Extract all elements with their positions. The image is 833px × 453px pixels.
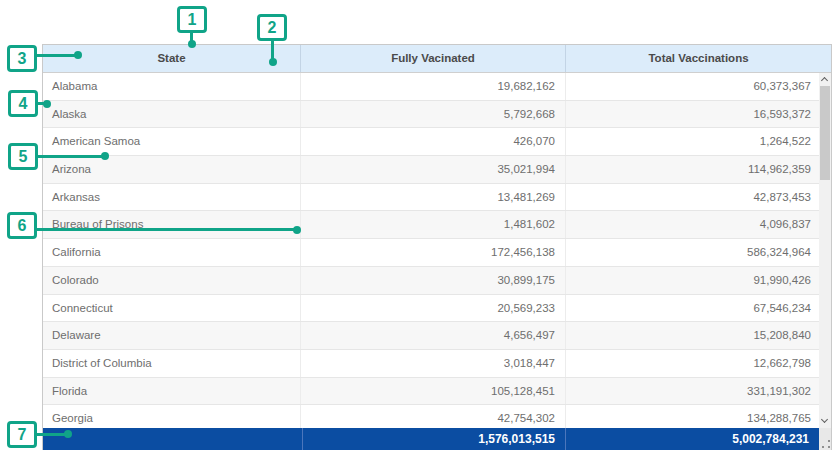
table-summary-row: 1,576,013,515 5,002,784,231: [43, 428, 831, 450]
fully-vaccinated-cell: 5,792,668: [301, 101, 566, 128]
total-vaccinations-cell: 42,873,453: [566, 184, 831, 211]
callout-dot-5: [101, 152, 109, 160]
fully-vaccinated-cell: 20,569,233: [301, 295, 566, 322]
callout-badge-6: 6: [7, 212, 37, 239]
table-row[interactable]: Delaware 4,656,497 15,208,840: [43, 322, 831, 350]
summary-fully-vaccinated-total: 1,576,013,515: [303, 428, 566, 450]
fully-vaccinated-cell: 42,754,302: [301, 405, 566, 428]
scroll-down-button[interactable]: [819, 414, 831, 428]
state-cell: Bureau of Prisons: [43, 211, 301, 238]
fully-vaccinated-cell: 19,682,162: [301, 73, 566, 100]
state-cell: Georgia: [43, 405, 301, 428]
table-row[interactable]: Bureau of Prisons 1,481,602 4,096,837: [43, 211, 831, 239]
state-cell: Florida: [43, 378, 301, 405]
scrollbar-thumb[interactable]: [820, 86, 830, 180]
callout-line-3: [34, 54, 78, 57]
callout-badge-4: 4: [8, 90, 38, 117]
state-cell: Connecticut: [43, 295, 301, 322]
fully-vaccinated-cell: 1,481,602: [301, 211, 566, 238]
annotated-table-screenshot: State Fully Vacinated Total Vaccinations…: [0, 0, 833, 453]
callout-badge-7: 7: [7, 421, 37, 448]
fully-vaccinated-cell: 105,128,451: [301, 378, 566, 405]
vertical-scrollbar[interactable]: [819, 73, 831, 428]
state-cell: Colorado: [43, 267, 301, 294]
attribute-table: State Fully Vacinated Total Vaccinations…: [42, 44, 832, 450]
fully-vaccinated-cell: 13,481,269: [301, 184, 566, 211]
table-header-row: State Fully Vacinated Total Vaccinations: [43, 45, 831, 73]
total-vaccinations-cell: 4,096,837: [566, 211, 831, 238]
state-cell: American Samoa: [43, 128, 301, 155]
table-row[interactable]: Florida 105,128,451 331,191,302: [43, 378, 831, 406]
summary-state-cell: [43, 428, 303, 450]
callout-line-6: [34, 228, 297, 231]
fully-vaccinated-cell: 426,070: [301, 128, 566, 155]
total-vaccinations-cell: 91,990,426: [566, 267, 831, 294]
table-row[interactable]: Colorado 30,899,175 91,990,426: [43, 267, 831, 295]
state-cell: Arkansas: [43, 184, 301, 211]
table-row[interactable]: American Samoa 426,070 1,264,522: [43, 128, 831, 156]
callout-badge-2: 2: [257, 14, 287, 41]
total-vaccinations-cell: 586,324,964: [566, 239, 831, 266]
table-row[interactable]: Arizona 35,021,994 114,962,359: [43, 156, 831, 184]
fully-vaccinated-cell: 172,456,138: [301, 239, 566, 266]
callout-dot-6: [293, 226, 301, 234]
callout-line-5: [35, 155, 105, 158]
total-vaccinations-cell: 134,288,765: [566, 405, 831, 428]
total-vaccinations-cell: 331,191,302: [566, 378, 831, 405]
callout-badge-1: 1: [177, 6, 207, 33]
fully-vaccinated-cell: 4,656,497: [301, 322, 566, 349]
state-cell: Alabama: [43, 73, 301, 100]
state-cell: Delaware: [43, 322, 301, 349]
table-row[interactable]: Connecticut 20,569,233 67,546,234: [43, 295, 831, 323]
total-vaccinations-cell: 15,208,840: [566, 322, 831, 349]
callout-dot-7: [64, 430, 72, 438]
chevron-down-icon: [821, 416, 828, 423]
table-row[interactable]: Georgia 42,754,302 134,288,765: [43, 405, 831, 428]
callout-badge-3: 3: [7, 45, 37, 72]
chevron-up-icon: [821, 77, 828, 84]
total-vaccinations-cell: 67,546,234: [566, 295, 831, 322]
callout-line-7: [34, 433, 68, 436]
callout-dot-2: [269, 58, 277, 66]
table-row[interactable]: California 172,456,138 586,324,964: [43, 239, 831, 267]
state-cell: Alaska: [43, 101, 301, 128]
total-vaccinations-cell: 60,373,367: [566, 73, 831, 100]
resize-handle-icon[interactable]: [822, 440, 830, 448]
callout-dot-1: [188, 40, 196, 48]
state-cell: Arizona: [43, 156, 301, 183]
total-vaccinations-cell: 114,962,359: [566, 156, 831, 183]
table-row[interactable]: District of Columbia 3,018,447 12,662,79…: [43, 350, 831, 378]
fully-vaccinated-cell: 3,018,447: [301, 350, 566, 377]
total-vaccinations-cell: 1,264,522: [566, 128, 831, 155]
column-header-state[interactable]: State: [43, 45, 301, 72]
fully-vaccinated-cell: 30,899,175: [301, 267, 566, 294]
table-body: Alabama 19,682,162 60,373,367 Alaska 5,7…: [43, 73, 831, 428]
state-cell: California: [43, 239, 301, 266]
table-row[interactable]: Alabama 19,682,162 60,373,367: [43, 73, 831, 101]
callout-dot-3: [74, 51, 82, 59]
summary-total-vaccinations-total: 5,002,784,231: [566, 428, 819, 450]
column-header-total-vaccinations[interactable]: Total Vaccinations: [566, 45, 831, 72]
total-vaccinations-cell: 16,593,372: [566, 101, 831, 128]
column-header-fully-vaccinated[interactable]: Fully Vacinated: [301, 45, 566, 72]
scroll-up-button[interactable]: [819, 73, 831, 87]
state-cell: District of Columbia: [43, 350, 301, 377]
table-row[interactable]: Arkansas 13,481,269 42,873,453: [43, 184, 831, 212]
fully-vaccinated-cell: 35,021,994: [301, 156, 566, 183]
table-row[interactable]: Alaska 5,792,668 16,593,372: [43, 101, 831, 129]
callout-badge-5: 5: [8, 143, 38, 170]
callout-dot-4: [43, 100, 51, 108]
total-vaccinations-cell: 12,662,798: [566, 350, 831, 377]
